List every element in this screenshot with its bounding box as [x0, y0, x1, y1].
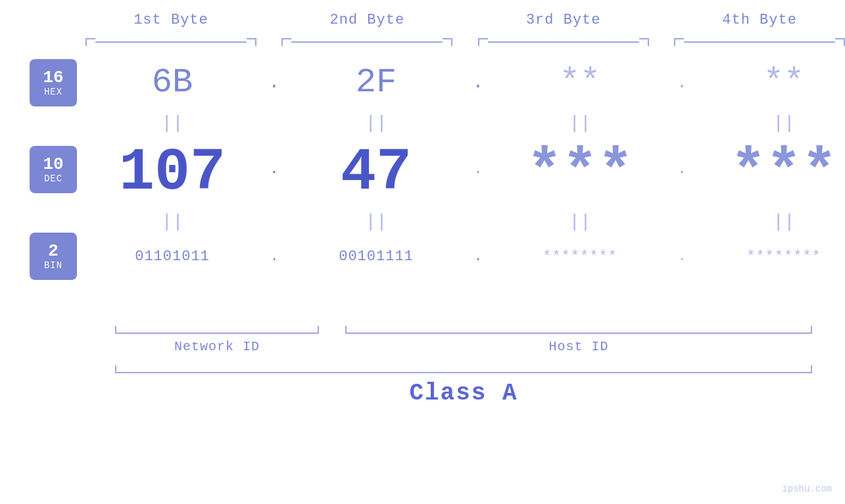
dec-badge: 10 DEC — [30, 146, 77, 193]
network-bracket-line — [115, 325, 319, 334]
byte-headers: 1st Byte 2nd Byte 3rd Byte 4th Byte — [0, 12, 845, 28]
host-bracket-line — [345, 325, 812, 334]
hex-b4-cell: ** — [695, 63, 845, 102]
bin-dot1: . — [261, 248, 287, 265]
hex-dot3-char: . — [677, 72, 688, 93]
bracket-mid-3 — [488, 41, 639, 43]
bracket-top-4 — [674, 32, 845, 46]
bracket-right-4 — [835, 38, 845, 46]
dec-b4-value: *** — [731, 139, 837, 206]
bin-b3-value: ******** — [543, 248, 617, 265]
hex-dot1-char: . — [269, 72, 280, 93]
bracket-mid-2 — [291, 41, 443, 43]
eq1-b2-char: || — [365, 114, 387, 133]
bin-b1-value: 01101011 — [135, 248, 210, 265]
dec-dot3-char: . — [669, 163, 695, 176]
bracket-right-1 — [247, 38, 256, 46]
eq1-b3-char: || — [569, 114, 591, 133]
hex-dot1: . — [261, 72, 287, 93]
bracket-top-2 — [281, 32, 452, 46]
network-id-label: Network ID — [115, 339, 319, 354]
bracket-left-2 — [281, 38, 291, 46]
hex-dot2-char: . — [473, 72, 484, 93]
hex-dot3: . — [669, 72, 695, 93]
bin-badge-number: 2 — [48, 242, 59, 261]
class-bracket-mid — [124, 372, 803, 373]
net-bracket-right — [310, 326, 319, 334]
eq2-b2-char: || — [365, 213, 387, 231]
bin-badge-label: BIN — [44, 260, 62, 271]
bin-dot1-char: . — [261, 248, 287, 265]
values-area: 6B . 2F . ** . ** — [77, 53, 845, 279]
hex-b1-cell: 6B — [84, 63, 261, 102]
host-bracket-right — [803, 326, 812, 334]
net-bracket-mid — [124, 332, 310, 334]
class-bracket-right — [803, 365, 812, 373]
equals-row-1: || || || || — [84, 112, 845, 135]
watermark: ipshu.com — [782, 484, 832, 494]
bracket-left-1 — [85, 38, 95, 46]
eq2-b2: || — [287, 213, 465, 231]
eq2-b3-char: || — [569, 213, 591, 231]
hex-dot2: . — [465, 72, 491, 93]
network-id-bracket: Network ID — [115, 325, 319, 354]
bin-row: 01101011 . 00101111 . ******** . — [84, 233, 845, 279]
dec-badge-label: DEC — [44, 173, 62, 184]
dec-badge-number: 10 — [43, 155, 63, 174]
main-content: 16 HEX 10 DEC 2 BIN 6B . — [0, 53, 845, 319]
dec-dot2-char: . — [465, 163, 491, 176]
class-bracket-area: Class A — [0, 364, 845, 407]
dec-b4-cell: *** — [695, 139, 845, 206]
dec-b3-value: *** — [527, 139, 633, 206]
bin-b3-cell: ******** — [491, 248, 669, 265]
dec-b2-value: 47 — [341, 139, 412, 206]
eq1-b4-char: || — [773, 114, 795, 133]
dot-spacer-net — [319, 325, 345, 354]
dec-b3-cell: *** — [491, 139, 669, 206]
bracket-right-3 — [639, 38, 649, 46]
byte3-header: 3rd Byte — [478, 12, 649, 28]
class-bracket-line — [115, 364, 812, 373]
eq2-b3: || — [491, 213, 669, 231]
bracket-top-3 — [478, 32, 649, 46]
bin-badge: 2 BIN — [30, 233, 77, 280]
class-label: Class A — [115, 380, 812, 407]
bin-dot3-char: . — [669, 248, 695, 265]
hex-b3-value: ** — [560, 63, 600, 102]
bin-dot2: . — [465, 248, 491, 265]
class-bracket-left — [115, 365, 124, 373]
eq1-b4: || — [695, 114, 845, 133]
hex-b3-cell: ** — [491, 63, 669, 102]
page-container: 1st Byte 2nd Byte 3rd Byte 4th Byte — [0, 0, 845, 504]
bracket-left-3 — [478, 38, 488, 46]
dec-dot3: . — [669, 163, 695, 183]
bracket-left-4 — [674, 38, 684, 46]
eq1-b2: || — [287, 114, 465, 133]
bin-b4-value: ******** — [746, 248, 821, 265]
net-bracket-left — [115, 326, 124, 334]
equals-row-2: || || || || — [84, 210, 845, 233]
eq2-b1: || — [84, 213, 261, 231]
dec-b1-cell: 107 — [84, 139, 261, 206]
host-id-label: Host ID — [345, 339, 812, 354]
badges-column: 16 HEX 10 DEC 2 BIN — [30, 53, 77, 319]
dec-b2-cell: 47 — [287, 139, 465, 206]
dec-dot1-char: . — [261, 163, 287, 176]
eq1-b1: || — [84, 114, 261, 133]
hex-badge-number: 16 — [43, 68, 63, 87]
bin-dot2-char: . — [465, 248, 491, 265]
dec-dot2: . — [465, 163, 491, 183]
dec-dot1: . — [261, 163, 287, 183]
hex-b2-value: 2F — [356, 63, 397, 102]
bin-b4-cell: ******** — [695, 248, 845, 265]
bracket-mid-1 — [95, 41, 247, 43]
bracket-top-1 — [85, 32, 256, 46]
hex-b1-value: 6B — [152, 63, 193, 102]
bracket-mid-4 — [684, 41, 835, 43]
top-brackets — [0, 32, 845, 46]
hex-badge-label: HEX — [44, 87, 62, 97]
dec-b1-value: 107 — [119, 139, 226, 206]
hex-b4-value: ** — [763, 63, 804, 102]
hex-b2-cell: 2F — [287, 63, 465, 102]
bin-b2-value: 00101111 — [339, 248, 414, 265]
